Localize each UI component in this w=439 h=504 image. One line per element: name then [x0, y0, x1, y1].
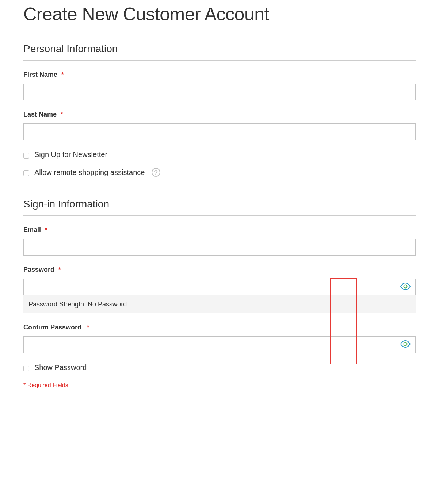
required-mark: *	[61, 72, 64, 78]
first-name-label: First Name *	[23, 71, 416, 79]
password-strength-meter: Password Strength: No Password	[23, 295, 416, 313]
email-label: Email *	[23, 226, 416, 234]
password-strength-value: No Password	[88, 301, 127, 308]
help-icon[interactable]: ?	[151, 168, 161, 177]
page-title: Create New Customer Account	[23, 4, 416, 25]
last-name-label: Last Name *	[23, 111, 416, 118]
password-label: Password *	[23, 266, 416, 274]
last-name-input[interactable]	[23, 123, 416, 140]
confirm-password-input[interactable]	[23, 336, 416, 353]
section-title-signin: Sign-in Information	[23, 198, 416, 210]
eye-icon[interactable]	[400, 282, 411, 292]
svg-point-2	[404, 285, 407, 288]
newsletter-label: Sign Up for Newsletter	[34, 150, 107, 159]
eye-icon[interactable]	[400, 340, 411, 350]
svg-point-3	[404, 343, 407, 346]
confirm-password-label: Confirm Password *	[23, 324, 416, 331]
required-mark: *	[61, 111, 63, 118]
required-mark: *	[87, 324, 89, 331]
show-password-label: Show Password	[34, 363, 87, 372]
password-input[interactable]	[23, 279, 416, 295]
remote-assist-checkbox[interactable]	[23, 170, 29, 176]
section-divider	[23, 215, 416, 216]
required-mark: *	[58, 267, 61, 273]
last-name-label-text: Last Name	[23, 111, 57, 118]
newsletter-checkbox[interactable]	[23, 153, 29, 159]
show-password-checkbox[interactable]	[23, 366, 29, 371]
email-label-text: Email	[23, 226, 41, 233]
required-mark: *	[45, 227, 47, 233]
confirm-password-label-text: Confirm Password	[23, 324, 81, 331]
first-name-input[interactable]	[23, 84, 416, 100]
svg-text:?: ?	[154, 169, 158, 176]
required-fields-note: * Required Fields	[23, 382, 416, 389]
first-name-label-text: First Name	[23, 71, 57, 78]
email-input[interactable]	[23, 239, 416, 256]
password-label-text: Password	[23, 266, 54, 273]
section-title-personal: Personal Information	[23, 43, 416, 55]
password-strength-label: Password Strength:	[28, 301, 88, 308]
remote-assist-label: Allow remote shopping assistance	[34, 168, 145, 177]
section-divider	[23, 60, 416, 61]
